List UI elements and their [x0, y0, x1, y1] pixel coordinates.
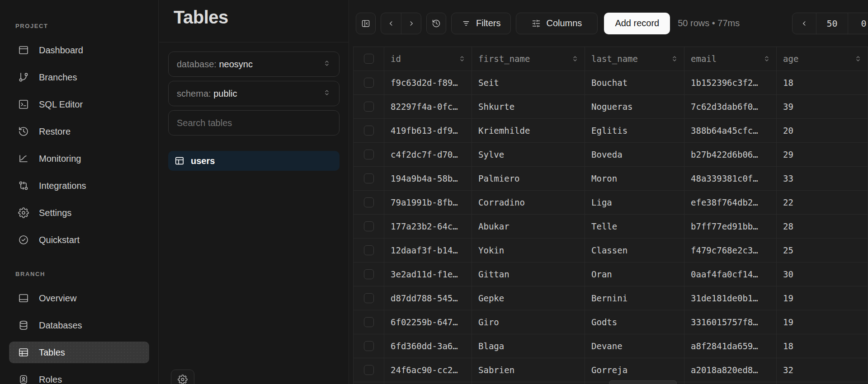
row-checkbox[interactable]: [364, 365, 374, 375]
cell-last_name[interactable]: Eglitis: [585, 119, 684, 143]
cell-id[interactable]: 419fb613-df9…: [384, 119, 472, 143]
cell-first_name[interactable]: Sabrien: [472, 358, 585, 382]
cell-email[interactable]: a8f2841da659…: [684, 334, 777, 358]
cell-age[interactable]: 22: [777, 191, 868, 215]
cell-email[interactable]: 0aaf4fa0cf14…: [684, 262, 777, 286]
cell-email[interactable]: 388b64a45cfc…: [684, 119, 777, 143]
cell-email[interactable]: 3316015757f8…: [684, 310, 777, 334]
page-prev-button[interactable]: [793, 13, 816, 34]
sidebar-item-branches[interactable]: Branches: [9, 66, 149, 88]
column-header-email[interactable]: email: [684, 47, 777, 71]
sort-chevrons-icon[interactable]: [763, 55, 771, 63]
cell-first_name[interactable]: Abukar: [472, 215, 585, 239]
cell-last_name[interactable]: Telle: [585, 215, 684, 239]
cell-id[interactable]: 82297f4a-0fc…: [384, 95, 472, 119]
cell-age[interactable]: 18: [777, 334, 868, 358]
row-checkbox[interactable]: [364, 245, 374, 255]
cell-email[interactable]: efe38f764db2…: [684, 191, 777, 215]
row-checkbox[interactable]: [364, 269, 374, 279]
columns-button[interactable]: Columns: [516, 13, 598, 34]
cell-id[interactable]: f9c63d2d-f89…: [384, 71, 472, 95]
back-button[interactable]: [381, 13, 401, 34]
cell-age[interactable]: 28: [777, 215, 868, 239]
cell-id[interactable]: 6f02259b-647…: [384, 310, 472, 334]
cell-last_name[interactable]: Classen: [585, 239, 684, 262]
cell-last_name[interactable]: Moron: [585, 167, 684, 191]
database-select[interactable]: database: neosync: [168, 52, 340, 77]
cell-email[interactable]: 48a339381c0f…: [684, 167, 777, 191]
cell-id[interactable]: 79a1991b-8fb…: [384, 191, 472, 215]
row-checkbox[interactable]: [364, 221, 374, 231]
cell-first_name[interactable]: Kriemhilde: [472, 119, 585, 143]
refresh-history-button[interactable]: [426, 13, 446, 34]
cell-first_name[interactable]: Palmiero: [472, 167, 585, 191]
column-header-first_name[interactable]: first_name: [472, 47, 585, 71]
cell-age[interactable]: 29: [777, 143, 868, 167]
cell-first_name[interactable]: Blaga: [472, 334, 585, 358]
cell-email[interactable]: 1b152396c3f2…: [684, 71, 777, 95]
cell-id[interactable]: c4f2dc7f-d70…: [384, 143, 472, 167]
cell-last_name[interactable]: Devane: [585, 334, 684, 358]
row-checkbox[interactable]: [364, 126, 374, 136]
cell-first_name[interactable]: Sylve: [472, 143, 585, 167]
column-header-id[interactable]: id: [384, 47, 472, 71]
cell-last_name[interactable]: Oran: [585, 262, 684, 286]
page-offset-value[interactable]: 0: [848, 13, 868, 34]
collapse-panel-button[interactable]: [356, 13, 376, 34]
cell-last_name[interactable]: Gorreja: [585, 358, 684, 382]
cell-first_name[interactable]: Giro: [472, 310, 585, 334]
sort-chevrons-icon[interactable]: [670, 55, 679, 63]
sidebar-item-monitoring[interactable]: Monitoring: [9, 148, 149, 169]
cell-email[interactable]: 31de181de0b1…: [684, 286, 777, 310]
cell-id[interactable]: 6fd360dd-3a6…: [384, 334, 472, 358]
column-header-age[interactable]: age: [777, 47, 868, 71]
cell-age[interactable]: 19: [777, 286, 868, 310]
sidebar-item-sql-editor[interactable]: SQL Editor: [9, 94, 149, 115]
sidebar-item-roles[interactable]: Roles: [9, 369, 149, 384]
cell-age[interactable]: 19: [777, 310, 868, 334]
sort-chevrons-icon[interactable]: [458, 55, 466, 63]
row-checkbox[interactable]: [364, 173, 374, 183]
cell-email[interactable]: a2018a820ed8…: [684, 358, 777, 382]
cell-id[interactable]: 24f6ac90-cc2…: [384, 358, 472, 382]
cell-age[interactable]: 33: [777, 167, 868, 191]
cell-email[interactable]: f479c768e2c3…: [684, 239, 777, 262]
column-header-last_name[interactable]: last_name: [585, 47, 684, 71]
cell-email[interactable]: b7ff77ed91bb…: [684, 215, 777, 239]
add-record-button[interactable]: Add record: [604, 13, 670, 34]
cell-age[interactable]: 32: [777, 358, 868, 382]
sort-chevrons-icon[interactable]: [854, 55, 862, 63]
cell-last_name[interactable]: Bernini: [585, 286, 684, 310]
sidebar-item-dashboard[interactable]: Dashboard: [9, 39, 149, 61]
row-checkbox[interactable]: [364, 197, 374, 207]
cell-age[interactable]: 30: [777, 262, 868, 286]
cell-id[interactable]: 177a23b2-64c…: [384, 215, 472, 239]
cell-last_name[interactable]: Godts: [585, 310, 684, 334]
sidebar-item-restore[interactable]: Restore: [9, 121, 149, 142]
row-checkbox[interactable]: [364, 150, 374, 159]
row-checkbox[interactable]: [364, 341, 374, 351]
cell-first_name[interactable]: Shkurte: [472, 95, 585, 119]
search-tables-input[interactable]: [169, 111, 339, 135]
cell-first_name[interactable]: Corradino: [472, 191, 585, 215]
cell-last_name[interactable]: Nogueras: [585, 95, 684, 119]
cell-email[interactable]: b27b422d6b06…: [684, 143, 777, 167]
sort-chevrons-icon[interactable]: [571, 55, 579, 63]
select-all-checkbox[interactable]: [364, 54, 374, 64]
table-settings-button[interactable]: [171, 370, 194, 384]
cell-first_name[interactable]: Seit: [472, 71, 585, 95]
cell-id[interactable]: d87dd788-545…: [384, 286, 472, 310]
forward-button[interactable]: [401, 13, 421, 34]
row-checkbox[interactable]: [364, 102, 374, 112]
sidebar-item-overview[interactable]: Overview: [9, 287, 149, 309]
cell-first_name[interactable]: Gepke: [472, 286, 585, 310]
cell-first_name[interactable]: Gittan: [472, 262, 585, 286]
cell-age[interactable]: 25: [777, 239, 868, 262]
cell-id[interactable]: 3e2ad11d-f1e…: [384, 262, 472, 286]
cell-age[interactable]: 20: [777, 119, 868, 143]
table-list-item-users[interactable]: users: [168, 151, 340, 171]
row-checkbox[interactable]: [364, 78, 374, 88]
cell-age[interactable]: 39: [777, 95, 868, 119]
cell-id[interactable]: 194a9b4a-58b…: [384, 167, 472, 191]
row-checkbox[interactable]: [364, 317, 374, 327]
